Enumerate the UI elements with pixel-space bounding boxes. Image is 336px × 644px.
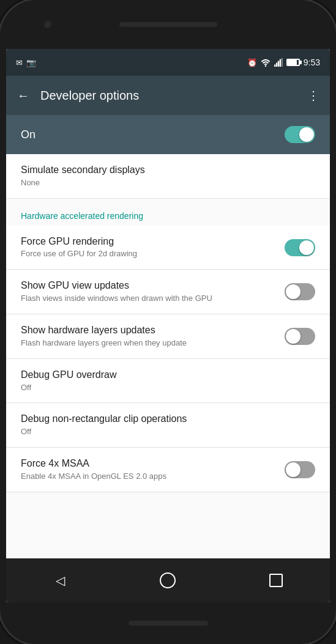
home-nav-icon: [160, 572, 176, 588]
item-title: Show hardware layers updates: [21, 324, 277, 337]
toggle-thumb: [299, 127, 314, 142]
top-speaker: [119, 22, 217, 27]
more-options-button[interactable]: ⋮: [305, 88, 320, 103]
wifi-icon: [261, 58, 271, 67]
item-subtitle: Flash views inside windows when drawn wi…: [21, 294, 277, 304]
svg-rect-5: [281, 58, 282, 67]
svg-rect-4: [280, 59, 281, 67]
simulate-secondary-displays-item[interactable]: Simulate secondary displays None: [6, 154, 330, 199]
item-subtitle: Off: [21, 427, 315, 437]
item-text: Debug GPU overdraw Off: [21, 369, 315, 393]
debug-non-rectangular-clip-item[interactable]: Debug non-rectangular clip operations Of…: [6, 403, 330, 448]
back-nav-icon: ◁: [56, 573, 65, 588]
force-4x-msaa-item[interactable]: Force 4x MSAA Enable 4x MSAA in OpenGL E…: [6, 448, 330, 492]
item-title: Show GPU view updates: [21, 279, 277, 292]
page-title: Developer options: [40, 89, 296, 103]
item-subtitle: Off: [21, 383, 315, 393]
gmail-icon: ✉: [16, 58, 23, 67]
front-camera: [44, 21, 51, 28]
section-header-text: Hardware accelerated rendering: [21, 211, 315, 221]
toggle-thumb: [299, 240, 314, 255]
force-msaa-toggle[interactable]: [285, 461, 315, 478]
home-nav-button[interactable]: [153, 566, 182, 595]
force-gpu-toggle[interactable]: [285, 239, 315, 256]
developer-options-toggle[interactable]: [285, 126, 315, 143]
item-text: Debug non-rectangular clip operations Of…: [21, 413, 315, 437]
recents-nav-button[interactable]: [261, 566, 291, 595]
back-nav-button[interactable]: ◁: [45, 566, 75, 595]
battery-icon: [286, 59, 300, 66]
toggle-thumb: [286, 329, 301, 344]
item-text: Force GPU rendering Force use of GPU for…: [21, 235, 277, 260]
bottom-speaker: [129, 621, 208, 626]
bottom-nav: ◁: [6, 558, 330, 602]
phone-frame: ✉ 📷 ⏰: [0, 0, 336, 644]
phone-top: [0, 0, 336, 49]
status-bar: ✉ 📷 ⏰: [6, 49, 330, 76]
hardware-layers-toggle[interactable]: [285, 328, 315, 345]
time-display: 9:53: [304, 57, 320, 67]
app-bar: ← Developer options ⋮: [6, 76, 330, 115]
item-text: Show hardware layers updates Flash hardw…: [21, 324, 277, 349]
recents-nav-icon: [269, 574, 283, 587]
item-text: Force 4x MSAA Enable 4x MSAA in OpenGL E…: [21, 457, 277, 482]
debug-gpu-overdraw-item[interactable]: Debug GPU overdraw Off: [6, 359, 330, 404]
status-right-icons: ⏰: [247, 57, 320, 67]
alarm-icon: ⏰: [247, 58, 257, 67]
signal-icon: [274, 58, 283, 67]
phone-bottom: [0, 602, 336, 644]
item-subtitle: None: [21, 178, 315, 188]
toggle-thumb: [286, 284, 301, 299]
item-subtitle: Flash hardware layers green when they up…: [21, 338, 277, 349]
content-area[interactable]: Simulate secondary displays None Hardwar…: [6, 154, 330, 558]
item-text: Simulate secondary displays None: [21, 164, 315, 188]
item-title: Simulate secondary displays: [21, 164, 315, 177]
item-title: Force GPU rendering: [21, 235, 277, 248]
show-gpu-view-updates-item[interactable]: Show GPU view updates Flash views inside…: [6, 270, 330, 314]
hardware-rendering-section-header: Hardware accelerated rendering: [6, 199, 330, 226]
svg-rect-2: [276, 63, 277, 67]
screenshot-icon: 📷: [26, 58, 36, 67]
item-text: Show GPU view updates Flash views inside…: [21, 279, 277, 304]
toggle-thumb: [286, 462, 301, 477]
force-gpu-rendering-item[interactable]: Force GPU rendering Force use of GPU for…: [6, 226, 330, 270]
on-off-header: On: [6, 115, 330, 154]
on-label: On: [21, 128, 35, 141]
show-hardware-layers-item[interactable]: Show hardware layers updates Flash hardw…: [6, 314, 330, 359]
item-subtitle: Enable 4x MSAA in OpenGL ES 2.0 apps: [21, 472, 277, 482]
phone-screen: ✉ 📷 ⏰: [6, 49, 330, 602]
svg-rect-1: [274, 65, 275, 67]
item-title: Debug non-rectangular clip operations: [21, 413, 315, 426]
status-left-icons: ✉ 📷: [16, 58, 36, 67]
item-title: Debug GPU overdraw: [21, 369, 315, 382]
svg-point-0: [264, 65, 266, 67]
back-button[interactable]: ←: [16, 88, 31, 103]
show-gpu-view-toggle[interactable]: [285, 283, 315, 300]
item-title: Force 4x MSAA: [21, 457, 277, 470]
item-subtitle: Force use of GPU for 2d drawing: [21, 249, 277, 259]
svg-rect-3: [278, 61, 279, 67]
